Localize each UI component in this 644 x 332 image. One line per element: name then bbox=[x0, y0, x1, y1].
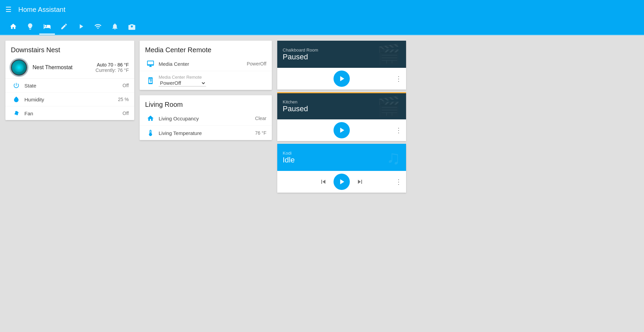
thermostat-status: Auto 70 - 86 °F Currently: 76 °F bbox=[96, 62, 129, 73]
occupancy-label: Living Occupancy bbox=[159, 116, 255, 121]
media-card-title: Media Center Remote bbox=[140, 41, 272, 57]
kitchen-player: Kitchen Paused 🎬 ⋮ bbox=[277, 92, 406, 141]
kodi-next-button[interactable] bbox=[354, 176, 366, 188]
media-center-card: Media Center Remote Media Center PowerOf… bbox=[140, 41, 272, 90]
power-icon bbox=[11, 82, 22, 89]
remote-icon bbox=[145, 77, 156, 84]
kitchen-controls: ⋮ bbox=[277, 119, 406, 141]
downstairs-nest-card: Downstairs Nest Nest Thermostat Auto 70 … bbox=[5, 41, 134, 120]
house-icon bbox=[145, 115, 156, 122]
thermometer-icon bbox=[145, 129, 156, 137]
humidity-icon bbox=[11, 96, 22, 103]
occupancy-content: Living Occupancy bbox=[159, 116, 255, 121]
remote-content: Media Center Remote PowerOff PowerOn Pau… bbox=[159, 75, 266, 86]
monitor-icon bbox=[145, 60, 156, 67]
kodi-status: Idle bbox=[283, 156, 401, 164]
temperature-content: Living Temperature bbox=[159, 130, 255, 136]
chalkboard-play-button[interactable] bbox=[334, 71, 350, 87]
nav-play[interactable] bbox=[73, 19, 89, 35]
state-value: Off bbox=[123, 83, 129, 88]
main-content: Downstairs Nest Nest Thermostat Auto 70 … bbox=[0, 35, 644, 201]
living-card-title: Living Room bbox=[140, 95, 272, 111]
nav-bulb[interactable] bbox=[22, 19, 38, 35]
kodi-controls: ⋮ bbox=[277, 171, 406, 193]
media-center-value: PowerOff bbox=[247, 61, 266, 66]
media-remote-row[interactable]: Media Center Remote PowerOff PowerOn Pau… bbox=[140, 71, 272, 90]
fan-row[interactable]: Fan Off bbox=[5, 106, 134, 120]
nav-alert[interactable] bbox=[107, 19, 123, 35]
kitchen-more-button[interactable]: ⋮ bbox=[395, 126, 402, 134]
chalkboard-art: 🎬 bbox=[377, 43, 401, 65]
media-center-label: Media Center bbox=[159, 61, 247, 67]
chalkboard-player: Chalkboard Room Paused 🎬 ⋮ bbox=[277, 41, 406, 90]
nav-pen[interactable] bbox=[56, 19, 72, 35]
hamburger-menu[interactable]: ☰ bbox=[5, 5, 12, 14]
thermostat-current: Currently: 76 °F bbox=[96, 67, 129, 73]
fan-icon bbox=[11, 110, 22, 117]
kodi-more-button[interactable]: ⋮ bbox=[395, 178, 402, 186]
kodi-prev-button[interactable] bbox=[317, 176, 329, 188]
players-column: Chalkboard Room Paused 🎬 ⋮ Kitchen Pause… bbox=[277, 41, 406, 195]
thermostat-range: Auto 70 - 86 °F bbox=[96, 62, 129, 67]
kodi-player: Kodi Idle ♫ ⋮ bbox=[277, 144, 406, 193]
nav-bed[interactable] bbox=[39, 19, 55, 35]
nav-network[interactable] bbox=[90, 19, 106, 35]
media-center-row[interactable]: Media Center PowerOff bbox=[140, 57, 272, 71]
temperature-row[interactable]: Living Temperature 76 °F bbox=[140, 126, 272, 140]
chalkboard-controls: ⋮ bbox=[277, 68, 406, 90]
occupancy-row[interactable]: Living Occupancy Clear bbox=[140, 111, 272, 126]
thermostat-circle bbox=[11, 59, 27, 76]
humidity-row[interactable]: Humidity 25 % bbox=[5, 93, 134, 106]
second-nav bbox=[0, 19, 644, 35]
top-nav: ☰ Home Assistant bbox=[0, 0, 644, 35]
kodi-room: Kodi bbox=[283, 151, 401, 156]
thermostat-name: Nest Thermostat bbox=[33, 64, 96, 71]
temperature-value: 76 °F bbox=[255, 130, 266, 136]
chalkboard-player-header: Chalkboard Room Paused 🎬 bbox=[277, 41, 406, 68]
kitchen-player-header: Kitchen Paused 🎬 bbox=[277, 92, 406, 119]
chalkboard-more-button[interactable]: ⋮ bbox=[395, 75, 402, 83]
kodi-play-button[interactable] bbox=[334, 174, 350, 190]
remote-label: Media Center Remote bbox=[159, 75, 266, 80]
living-room-card: Living Room Living Occupancy Clear Livin… bbox=[140, 95, 272, 140]
thermostat-circle-inner bbox=[14, 63, 24, 72]
state-label: State bbox=[24, 83, 123, 89]
humidity-value: 25 % bbox=[118, 97, 129, 102]
fan-value: Off bbox=[123, 111, 129, 116]
thermostat-row[interactable]: Nest Thermostat Auto 70 - 86 °F Currentl… bbox=[5, 57, 134, 79]
temperature-label: Living Temperature bbox=[159, 130, 255, 136]
occupancy-value: Clear bbox=[255, 116, 266, 121]
nav-camera[interactable] bbox=[124, 19, 140, 35]
nav-home[interactable] bbox=[5, 19, 21, 35]
humidity-label: Humidity bbox=[24, 97, 118, 102]
kodi-player-header: Kodi Idle ♫ bbox=[277, 144, 406, 171]
remote-select[interactable]: PowerOff PowerOn Pause Play bbox=[159, 80, 206, 86]
fan-label: Fan bbox=[24, 111, 123, 116]
nest-card-title: Downstairs Nest bbox=[5, 41, 134, 57]
app-title: Home Assistant bbox=[18, 6, 65, 14]
media-center-content: Media Center bbox=[159, 61, 247, 67]
kodi-art: ♫ bbox=[386, 147, 401, 169]
kitchen-play-button[interactable] bbox=[334, 122, 350, 138]
state-row[interactable]: State Off bbox=[5, 79, 134, 93]
kitchen-art: 🎬 bbox=[377, 95, 401, 118]
